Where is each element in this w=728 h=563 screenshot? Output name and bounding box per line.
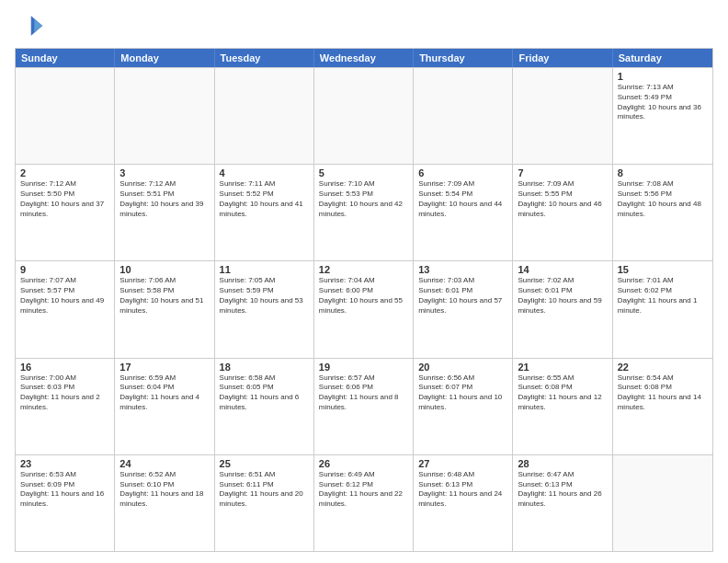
day-info: Sunrise: 7:10 AM Sunset: 5:53 PM Dayligh… <box>319 179 408 219</box>
day-number: 11 <box>220 264 309 275</box>
day-number: 10 <box>119 264 209 275</box>
day-number: 28 <box>518 458 607 469</box>
day-number: 15 <box>618 264 708 275</box>
day-info: Sunrise: 7:09 AM Sunset: 5:54 PM Dayligh… <box>418 179 507 219</box>
calendar-cell-3-3: 19Sunrise: 6:57 AM Sunset: 6:06 PM Dayli… <box>314 359 414 454</box>
day-number: 22 <box>618 362 708 373</box>
calendar-cell-2-2: 11Sunrise: 7:05 AM Sunset: 5:59 PM Dayli… <box>215 261 314 357</box>
day-info: Sunrise: 6:47 AM Sunset: 6:13 PM Dayligh… <box>518 470 607 510</box>
calendar-cell-0-1 <box>115 68 214 164</box>
calendar-body: 1Sunrise: 7:13 AM Sunset: 5:49 PM Daylig… <box>16 67 712 551</box>
day-info: Sunrise: 6:51 AM Sunset: 6:11 PM Dayligh… <box>220 470 309 510</box>
calendar-cell-3-5: 21Sunrise: 6:55 AM Sunset: 6:08 PM Dayli… <box>513 359 612 454</box>
calendar-cell-4-2: 25Sunrise: 6:51 AM Sunset: 6:11 PM Dayli… <box>215 455 314 551</box>
day-number: 23 <box>20 458 109 469</box>
day-info: Sunrise: 7:09 AM Sunset: 5:55 PM Dayligh… <box>518 179 607 219</box>
day-number: 2 <box>20 167 109 178</box>
day-info: Sunrise: 6:49 AM Sunset: 6:12 PM Dayligh… <box>319 470 408 510</box>
weekday-header-monday: Monday <box>115 49 214 67</box>
day-info: Sunrise: 7:13 AM Sunset: 5:49 PM Dayligh… <box>618 83 708 122</box>
header <box>15 11 713 40</box>
calendar-row-4: 23Sunrise: 6:53 AM Sunset: 6:09 PM Dayli… <box>16 454 712 551</box>
day-number: 4 <box>220 167 309 178</box>
calendar-cell-4-5: 28Sunrise: 6:47 AM Sunset: 6:13 PM Dayli… <box>513 455 612 551</box>
calendar-cell-2-1: 10Sunrise: 7:06 AM Sunset: 5:58 PM Dayli… <box>115 261 214 357</box>
day-info: Sunrise: 7:01 AM Sunset: 6:02 PM Dayligh… <box>618 276 708 316</box>
calendar-cell-1-6: 8Sunrise: 7:08 AM Sunset: 5:56 PM Daylig… <box>613 165 712 260</box>
weekday-header-sunday: Sunday <box>16 49 115 67</box>
day-info: Sunrise: 7:00 AM Sunset: 6:03 PM Dayligh… <box>20 373 109 413</box>
calendar-cell-4-3: 26Sunrise: 6:49 AM Sunset: 6:12 PM Dayli… <box>314 455 414 551</box>
calendar-cell-4-4: 27Sunrise: 6:48 AM Sunset: 6:13 PM Dayli… <box>414 455 513 551</box>
logo-icon <box>15 11 44 40</box>
calendar-cell-2-4: 13Sunrise: 7:03 AM Sunset: 6:01 PM Dayli… <box>414 261 513 357</box>
calendar-cell-0-2 <box>215 68 314 164</box>
day-info: Sunrise: 7:02 AM Sunset: 6:01 PM Dayligh… <box>518 276 607 316</box>
day-number: 18 <box>220 362 309 373</box>
calendar-cell-0-0 <box>16 68 115 164</box>
day-info: Sunrise: 6:52 AM Sunset: 6:10 PM Dayligh… <box>119 470 209 510</box>
day-info: Sunrise: 6:53 AM Sunset: 6:09 PM Dayligh… <box>20 470 109 510</box>
day-number: 25 <box>220 458 309 469</box>
day-number: 8 <box>618 167 708 178</box>
calendar-cell-1-3: 5Sunrise: 7:10 AM Sunset: 5:53 PM Daylig… <box>314 165 414 260</box>
day-number: 9 <box>20 264 109 275</box>
calendar-cell-2-5: 14Sunrise: 7:02 AM Sunset: 6:01 PM Dayli… <box>513 261 612 357</box>
calendar-cell-1-5: 7Sunrise: 7:09 AM Sunset: 5:55 PM Daylig… <box>513 165 612 260</box>
weekday-header-tuesday: Tuesday <box>215 49 314 67</box>
calendar-cell-2-3: 12Sunrise: 7:04 AM Sunset: 6:00 PM Dayli… <box>314 261 414 357</box>
day-number: 7 <box>518 167 607 178</box>
calendar-cell-0-4 <box>414 68 513 164</box>
day-info: Sunrise: 6:59 AM Sunset: 6:04 PM Dayligh… <box>119 373 209 413</box>
calendar-header: SundayMondayTuesdayWednesdayThursdayFrid… <box>16 49 712 67</box>
weekday-header-thursday: Thursday <box>414 49 513 67</box>
calendar-cell-1-0: 2Sunrise: 7:12 AM Sunset: 5:50 PM Daylig… <box>16 165 115 260</box>
calendar: SundayMondayTuesdayWednesdayThursdayFrid… <box>15 48 713 552</box>
calendar-cell-2-6: 15Sunrise: 7:01 AM Sunset: 6:02 PM Dayli… <box>613 261 712 357</box>
calendar-cell-0-5 <box>513 68 612 164</box>
calendar-cell-1-4: 6Sunrise: 7:09 AM Sunset: 5:54 PM Daylig… <box>414 165 513 260</box>
day-number: 21 <box>518 362 607 373</box>
day-number: 19 <box>319 362 408 373</box>
day-info: Sunrise: 6:58 AM Sunset: 6:05 PM Dayligh… <box>220 373 309 413</box>
calendar-cell-3-4: 20Sunrise: 6:56 AM Sunset: 6:07 PM Dayli… <box>414 359 513 454</box>
day-number: 17 <box>119 362 209 373</box>
calendar-cell-3-0: 16Sunrise: 7:00 AM Sunset: 6:03 PM Dayli… <box>16 359 115 454</box>
day-info: Sunrise: 7:12 AM Sunset: 5:51 PM Dayligh… <box>119 179 209 219</box>
weekday-header-saturday: Saturday <box>613 49 712 67</box>
calendar-row-1: 2Sunrise: 7:12 AM Sunset: 5:50 PM Daylig… <box>16 164 712 260</box>
day-info: Sunrise: 7:03 AM Sunset: 6:01 PM Dayligh… <box>418 276 507 316</box>
calendar-cell-1-1: 3Sunrise: 7:12 AM Sunset: 5:51 PM Daylig… <box>115 165 214 260</box>
calendar-cell-0-6: 1Sunrise: 7:13 AM Sunset: 5:49 PM Daylig… <box>613 68 712 164</box>
day-info: Sunrise: 7:08 AM Sunset: 5:56 PM Dayligh… <box>618 179 708 219</box>
svg-marker-1 <box>34 19 42 32</box>
day-info: Sunrise: 7:04 AM Sunset: 6:00 PM Dayligh… <box>319 276 408 316</box>
weekday-header-wednesday: Wednesday <box>314 49 414 67</box>
day-number: 24 <box>119 458 209 469</box>
day-info: Sunrise: 7:06 AM Sunset: 5:58 PM Dayligh… <box>119 276 209 316</box>
day-info: Sunrise: 6:57 AM Sunset: 6:06 PM Dayligh… <box>319 373 408 413</box>
day-number: 20 <box>418 362 507 373</box>
calendar-row-3: 16Sunrise: 7:00 AM Sunset: 6:03 PM Dayli… <box>16 358 712 454</box>
calendar-row-0: 1Sunrise: 7:13 AM Sunset: 5:49 PM Daylig… <box>16 67 712 164</box>
day-info: Sunrise: 6:54 AM Sunset: 6:08 PM Dayligh… <box>618 373 708 413</box>
day-info: Sunrise: 7:07 AM Sunset: 5:57 PM Dayligh… <box>20 276 109 316</box>
logo <box>15 11 48 40</box>
calendar-cell-4-0: 23Sunrise: 6:53 AM Sunset: 6:09 PM Dayli… <box>16 455 115 551</box>
calendar-cell-4-1: 24Sunrise: 6:52 AM Sunset: 6:10 PM Dayli… <box>115 455 214 551</box>
calendar-row-2: 9Sunrise: 7:07 AM Sunset: 5:57 PM Daylig… <box>16 260 712 357</box>
day-info: Sunrise: 6:48 AM Sunset: 6:13 PM Dayligh… <box>418 470 507 510</box>
calendar-cell-3-6: 22Sunrise: 6:54 AM Sunset: 6:08 PM Dayli… <box>613 359 712 454</box>
calendar-cell-0-3 <box>314 68 414 164</box>
calendar-cell-3-2: 18Sunrise: 6:58 AM Sunset: 6:05 PM Dayli… <box>215 359 314 454</box>
day-info: Sunrise: 7:11 AM Sunset: 5:52 PM Dayligh… <box>220 179 309 219</box>
day-info: Sunrise: 6:56 AM Sunset: 6:07 PM Dayligh… <box>418 373 507 413</box>
day-number: 27 <box>418 458 507 469</box>
calendar-cell-2-0: 9Sunrise: 7:07 AM Sunset: 5:57 PM Daylig… <box>16 261 115 357</box>
day-number: 16 <box>20 362 109 373</box>
calendar-cell-1-2: 4Sunrise: 7:11 AM Sunset: 5:52 PM Daylig… <box>215 165 314 260</box>
day-number: 26 <box>319 458 408 469</box>
calendar-cell-4-6 <box>613 455 712 551</box>
day-number: 12 <box>319 264 408 275</box>
day-number: 3 <box>119 167 209 178</box>
